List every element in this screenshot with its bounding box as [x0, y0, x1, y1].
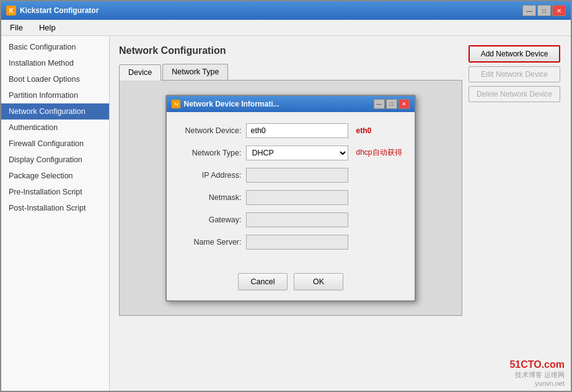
main-window: K Kickstart Configurator — □ ✕ File Help… — [0, 0, 572, 392]
modal-title-bar-left: N Network Device Informati... — [172, 100, 279, 108]
menu-bar: File Help — [1, 20, 571, 36]
title-bar: K Kickstart Configurator — □ ✕ — [1, 1, 571, 20]
network-device-row: Network Device: eth0 — [179, 123, 402, 138]
window-title: Kickstart Configurator — [20, 6, 99, 15]
sidebar-item-authentication[interactable]: Authentication — [1, 120, 109, 136]
sidebar-item-display-configuration[interactable]: Display Configuration — [1, 152, 109, 168]
modal-minimize-button[interactable]: — — [374, 99, 385, 109]
network-device-input[interactable] — [246, 123, 348, 138]
app-icon: K — [6, 6, 16, 15]
network-device-annotation: eth0 — [356, 126, 371, 135]
main-content: Basic Configuration Installation Method … — [1, 36, 571, 391]
watermark-sub: 技术博客 运维网yunvn.net — [509, 370, 565, 387]
edit-network-device-button[interactable]: Edit Network Device — [469, 66, 560, 82]
sidebar-item-firewall-configuration[interactable]: Firewall Configuration — [1, 136, 109, 152]
sidebar-item-post-installation-script[interactable]: Post-Installation Script — [1, 200, 109, 216]
page-title: Network Configuration — [119, 45, 462, 56]
menu-file[interactable]: File — [5, 22, 28, 33]
gateway-row: Gateway: — [179, 212, 402, 227]
modal-maximize-button[interactable]: □ — [386, 99, 397, 109]
modal-controls: — □ ✕ — [374, 99, 410, 109]
tabs-bar: Device Network Type — [119, 64, 462, 81]
modal-close-button[interactable]: ✕ — [398, 99, 410, 109]
sidebar-item-pre-installation-script[interactable]: Pre-Installation Script — [1, 184, 109, 200]
sidebar-item-network-configuration[interactable]: Network Configuration — [1, 103, 109, 120]
ip-address-input[interactable] — [246, 168, 348, 183]
add-network-device-button[interactable]: Add Network Device — [469, 45, 560, 63]
netmask-row: Netmask: — [179, 190, 402, 205]
network-type-label: Network Type: — [179, 149, 241, 157]
tab-network-type[interactable]: Network Type — [162, 64, 228, 80]
tab-panel: N Network Device Informati... — □ ✕ — [119, 81, 462, 316]
modal-overlay: N Network Device Informati... — □ ✕ — [120, 81, 462, 315]
sidebar: Basic Configuration Installation Method … — [1, 36, 110, 391]
maximize-button[interactable]: □ — [537, 5, 551, 16]
network-device-label: Network Device: — [179, 126, 241, 135]
network-device-dialog: N Network Device Informati... — □ ✕ — [165, 95, 415, 302]
cancel-button[interactable]: Cancel — [238, 273, 288, 290]
modal-body: Network Device: eth0 Network Type: DHCP — [167, 112, 414, 268]
right-panel: Add Network Device Edit Network Device D… — [462, 45, 561, 381]
close-button[interactable]: ✕ — [552, 5, 566, 16]
watermark: 51CTO.com 技术博客 运维网yunvn.net — [509, 359, 565, 387]
title-bar-controls: — □ ✕ — [522, 5, 566, 16]
modal-app-icon: N — [172, 100, 180, 108]
name-server-row: Name Server: — [179, 235, 402, 250]
minimize-button[interactable]: — — [522, 5, 536, 16]
watermark-site: 51CTO.com — [509, 359, 565, 370]
content-main: Network Configuration Device Network Typ… — [119, 45, 462, 381]
sidebar-item-partition-information[interactable]: Partition Information — [1, 87, 109, 103]
tab-device[interactable]: Device — [119, 64, 161, 81]
modal-title: Network Device Informati... — [183, 100, 279, 108]
sidebar-item-basic-configuration[interactable]: Basic Configuration — [1, 39, 109, 55]
gateway-input[interactable] — [246, 212, 348, 227]
sidebar-item-installation-method[interactable]: Installation Method — [1, 55, 109, 71]
gateway-label: Gateway: — [179, 216, 241, 224]
menu-help[interactable]: Help — [34, 22, 61, 33]
delete-network-device-button[interactable]: Delete Network Device — [469, 86, 560, 102]
modal-title-bar: N Network Device Informati... — □ ✕ — [167, 96, 414, 112]
sidebar-item-package-selection[interactable]: Package Selection — [1, 168, 109, 184]
network-type-row: Network Type: DHCP Static dhcp自动获得 — [179, 146, 402, 160]
content-with-right: Network Configuration Device Network Typ… — [110, 36, 571, 391]
netmask-label: Netmask: — [179, 193, 241, 202]
network-type-annotation: dhcp自动获得 — [356, 147, 402, 158]
ip-address-row: IP Address: — [179, 168, 402, 183]
modal-footer: Cancel OK — [167, 268, 414, 300]
name-server-input[interactable] — [246, 235, 348, 250]
ok-button[interactable]: OK — [294, 273, 343, 290]
title-bar-left: K Kickstart Configurator — [6, 6, 99, 15]
sidebar-item-boot-loader-options[interactable]: Boot Loader Options — [1, 71, 109, 87]
network-type-select[interactable]: DHCP Static — [246, 146, 348, 160]
name-server-label: Name Server: — [179, 238, 241, 246]
netmask-input[interactable] — [246, 190, 348, 205]
ip-address-label: IP Address: — [179, 171, 241, 180]
